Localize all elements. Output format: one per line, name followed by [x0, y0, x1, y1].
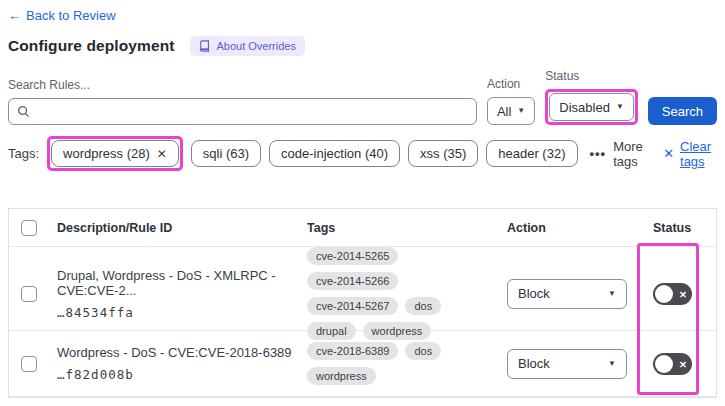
filter-tag-label: code-injection (40) — [281, 146, 388, 161]
search-input[interactable] — [8, 98, 477, 125]
rules-table: Description/Rule ID Tags Action Status D… — [8, 208, 717, 398]
header-checkbox-cell — [9, 220, 49, 236]
rule-id: …f82d008b — [57, 367, 293, 382]
search-rules-label: Search Rules... — [8, 78, 477, 92]
table-row: Wordpress - DoS - CVE:CVE-2018-6389 …f82… — [9, 331, 716, 397]
back-to-review-link[interactable]: ← Back to Review — [8, 8, 116, 23]
status-toggle[interactable]: ✕ — [653, 283, 692, 305]
rule-id: …84534ffa — [57, 305, 293, 320]
rule-description-cell: Wordpress - DoS - CVE:CVE-2018-6389 …f82… — [49, 345, 307, 382]
action-filter-value: All — [497, 104, 511, 119]
select-all-checkbox[interactable] — [21, 220, 37, 236]
filter-tag-pill[interactable]: xss (35) — [408, 140, 478, 167]
rule-description: Wordpress - DoS - CVE:CVE-2018-6389 — [57, 345, 293, 360]
back-arrow-icon: ← — [8, 8, 21, 23]
table-header-row: Description/Rule ID Tags Action Status — [9, 209, 716, 247]
rule-tag-chip: dos — [405, 297, 441, 315]
filter-tag-pill[interactable]: code-injection (40) — [269, 140, 400, 167]
chevron-down-icon: ▼ — [616, 103, 624, 111]
row-checkbox[interactable] — [21, 356, 37, 372]
clear-tags-label: Clear tags — [680, 139, 717, 169]
toggle-knob — [655, 355, 673, 373]
about-overrides-badge[interactable]: About Overrides — [190, 36, 304, 56]
filter-row: Search Rules... Action All ▼ Status Disa… — [8, 69, 717, 125]
rule-action-cell: Block ▼ — [507, 349, 637, 379]
filter-tag-label: wordpress (28) — [63, 146, 150, 161]
toggle-knob — [655, 285, 673, 303]
chevron-down-icon: ▼ — [608, 289, 616, 298]
more-tags-button[interactable]: ••• More tags — [590, 139, 648, 169]
rule-tag-chip: wordpress — [307, 367, 376, 385]
ellipsis-icon: ••• — [590, 146, 607, 161]
search-button[interactable]: Search — [648, 97, 717, 125]
chevron-down-icon: ▼ — [608, 359, 616, 368]
rule-tags-cell: cve-2018-6389doswordpress — [307, 342, 507, 385]
filter-tag-label: xss (35) — [420, 146, 466, 161]
filter-tag-pill[interactable]: wordpress (28)✕ — [51, 140, 179, 167]
configure-deployment-page: ← Back to Review Configure deployment Ab… — [0, 0, 725, 398]
action-select-value: Block — [518, 286, 550, 301]
rule-tag-chip: drupal — [307, 322, 356, 340]
status-filter-label: Status — [545, 69, 638, 83]
action-select[interactable]: Block ▼ — [507, 279, 627, 309]
tags-bar: Tags: wordpress (28)✕sqli (63)code-injec… — [8, 136, 717, 171]
chevron-down-icon: ▼ — [517, 107, 525, 115]
tags-bar-label: Tags: — [8, 146, 39, 161]
col-status-header: Status — [637, 221, 716, 235]
filter-tag-pill[interactable]: header (32) — [486, 140, 577, 167]
status-filter-value: Disabled — [559, 100, 610, 115]
about-overrides-label: About Overrides — [216, 40, 295, 52]
row-checkbox[interactable] — [21, 286, 37, 302]
table-row: Drupal, Wordpress - DoS - XMLRPC - CVE:C… — [9, 247, 716, 331]
book-icon — [199, 40, 211, 52]
remove-tag-icon[interactable]: ✕ — [157, 147, 167, 161]
search-icon — [17, 105, 30, 118]
filter-tag-label: header (32) — [498, 146, 565, 161]
rule-description: Drupal, Wordpress - DoS - XMLRPC - CVE:C… — [57, 268, 293, 298]
rule-tag-chip: wordpress — [363, 322, 432, 340]
page-title: Configure deployment — [8, 37, 174, 55]
action-filter-label: Action — [487, 77, 535, 91]
rule-tag-chip: dos — [405, 342, 441, 360]
back-link-label: Back to Review — [26, 8, 116, 23]
rule-status-cell: ✕ — [637, 283, 716, 305]
filter-tag-pill[interactable]: sqli (63) — [191, 140, 261, 167]
col-description-header: Description/Rule ID — [49, 221, 307, 235]
status-filter-highlight: Disabled ▼ — [545, 89, 638, 125]
col-tags-header: Tags — [307, 221, 507, 235]
status-toggle[interactable]: ✕ — [653, 353, 692, 375]
rule-description-cell: Drupal, Wordpress - DoS - XMLRPC - CVE:C… — [49, 268, 307, 320]
rule-tag-chip: cve-2018-6389 — [307, 342, 398, 360]
tag-pill-list: wordpress (28)✕sqli (63)code-injection (… — [47, 136, 577, 171]
rule-tags-cell: cve-2014-5265cve-2014-5266cve-2014-5267d… — [307, 247, 507, 340]
row-checkbox-cell — [9, 356, 49, 372]
action-select-value: Block — [518, 356, 550, 371]
action-filter-dropdown[interactable]: All ▼ — [487, 97, 535, 125]
rule-status-cell: ✕ — [637, 353, 716, 375]
more-tags-label: More tags — [613, 139, 647, 169]
rule-tag-chip: cve-2014-5265 — [307, 247, 398, 265]
rule-tag-chip: cve-2014-5266 — [307, 272, 398, 290]
action-filter-group: Action All ▼ — [487, 77, 535, 125]
search-group: Search Rules... — [8, 78, 477, 125]
toggle-off-x-icon: ✕ — [679, 288, 687, 299]
title-row: Configure deployment About Overrides — [8, 36, 717, 56]
action-select[interactable]: Block ▼ — [507, 349, 627, 379]
filter-tag-label: sqli (63) — [203, 146, 249, 161]
status-filter-dropdown[interactable]: Disabled ▼ — [549, 93, 634, 121]
rule-tag-chip: cve-2014-5267 — [307, 297, 398, 315]
row-checkbox-cell — [9, 286, 49, 302]
status-filter-group: Status Disabled ▼ — [545, 69, 638, 125]
col-action-header: Action — [507, 221, 637, 235]
selected-tag-highlight: wordpress (28)✕ — [47, 136, 183, 171]
rule-action-cell: Block ▼ — [507, 279, 637, 309]
clear-tags-link[interactable]: ✕ Clear tags — [663, 139, 717, 169]
toggle-off-x-icon: ✕ — [679, 358, 687, 369]
close-icon: ✕ — [663, 146, 674, 161]
